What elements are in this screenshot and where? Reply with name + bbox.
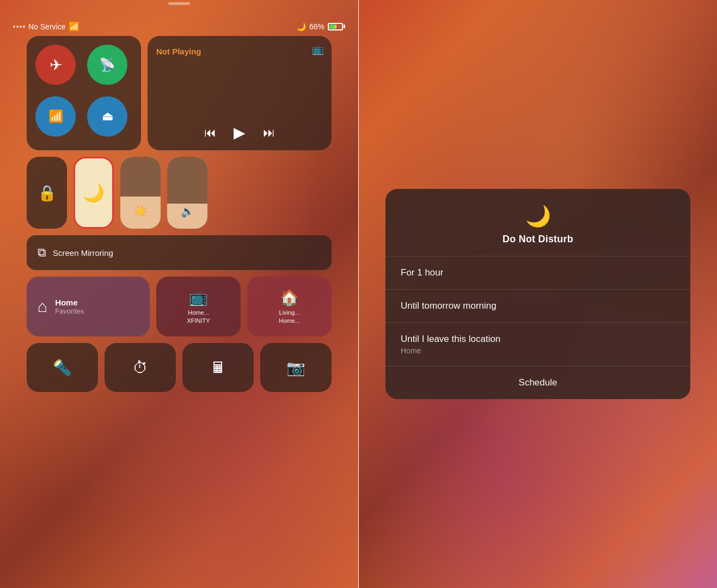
camera-icon: 📷 [286,359,305,377]
rotation-lock-button[interactable]: 🔒 [27,157,67,229]
airplay-icon[interactable]: 📺 [312,44,324,56]
lightning-icon: ⚡ [333,24,338,29]
not-playing-label: Not Playing [156,47,323,56]
airplane-mode-button[interactable]: ✈ [35,45,76,85]
living-home-label: Living...Home... [279,309,300,324]
signal-dot-1 [13,26,15,28]
status-left: No Service 📶 [13,21,79,32]
wifi-button[interactable]: 📶 [35,96,76,137]
dnd-popup: 🌙 Do Not Disturb For 1 hour Until tomorr… [385,189,690,399]
flashlight-icon: 🔦 [53,359,72,377]
dnd-moon-icon: 🌙 [83,182,105,203]
wifi-icon: 📶 [69,21,79,32]
home-favorites-button[interactable]: ⌂ Home Favorites [27,277,150,336]
play-button[interactable]: ▶ [234,124,246,142]
dnd-option-location-sub: Home [401,346,675,355]
dnd-option-tomorrow[interactable]: Until tomorrow morning [385,290,690,323]
fast-forward-button[interactable]: ⏭ [263,126,275,140]
battery-percent: 66% [309,22,324,31]
brightness-slider[interactable]: ☀️ [120,157,161,229]
bluetooth-icon: ⏏ [102,109,113,124]
cellular-icon: 📡 [99,57,115,72]
dnd-option-1hour-label: For 1 hour [401,267,675,278]
home-subtitle: Favorites [55,307,84,315]
home-xfinity-button[interactable]: 📺 Home...XFINITY [156,277,241,336]
signal-dot-4 [23,26,25,28]
dnd-header-moon-icon: 🌙 [525,204,551,228]
volume-slider[interactable]: 🔉 [167,157,207,229]
airplane-icon: ✈ [50,56,62,74]
apple-tv-icon: 📺 [189,289,208,307]
brightness-fill [120,157,161,197]
screen-mirror-label: Screen Mirroring [53,248,113,258]
battery-tip [344,24,345,28]
home-row: ⌂ Home Favorites 📺 Home...XFINITY 🏠 Livi… [27,277,332,336]
camera-button[interactable]: 📷 [260,343,332,392]
dnd-title: Do Not Disturb [502,234,573,245]
signal-bars [13,26,25,28]
do-not-disturb-button[interactable]: 🌙 [73,157,114,229]
living-home-button[interactable]: 🏠 Living...Home... [247,277,332,336]
home-text: Home Favorites [55,298,84,315]
swipe-indicator [168,2,190,5]
wifi-button-icon: 📶 [48,109,63,124]
dnd-option-location[interactable]: Until I leave this location Home [385,323,690,366]
status-right: 🌙 66% ⚡ [297,22,345,31]
brightness-icon: ☀️ [120,205,161,218]
timer-button[interactable]: ⏱ [105,343,176,392]
calculator-icon: 🖩 [211,359,226,377]
dnd-schedule-label: Schedule [519,377,557,388]
no-service-label: No Service [28,22,65,31]
rotation-lock-icon: 🔒 [38,184,57,202]
signal-dot-3 [20,26,22,28]
home-title: Home [55,298,84,307]
right-panel: 🌙 Do Not Disturb For 1 hour Until tomorr… [359,0,717,588]
battery-icon: ⚡ [328,23,345,30]
connectivity-block: ✈ 📡 📶 ⏏ [27,36,141,150]
top-row: ✈ 📡 📶 ⏏ 📺 Not Playing ⏮ ▶ ⏭ [27,36,332,150]
battery-body: ⚡ [328,23,343,30]
rewind-button[interactable]: ⏮ [204,126,216,140]
home-xfinity-label: Home...XFINITY [187,309,210,324]
middle-row: 🔒 🌙 ☀️ 🔉 [27,157,332,229]
dnd-option-location-label: Until I leave this location [401,334,675,345]
signal-dot-2 [16,26,19,28]
dnd-option-1hour[interactable]: For 1 hour [385,256,690,290]
cellular-button[interactable]: 📡 [87,45,127,85]
dnd-header: 🌙 Do Not Disturb [385,189,690,256]
moon-icon: 🌙 [297,22,306,31]
screen-mirroring-button[interactable]: ⧉ Screen Mirroring [27,235,332,270]
timer-icon: ⏱ [133,359,148,377]
flashlight-button[interactable]: 🔦 [27,343,98,392]
dnd-schedule-button[interactable]: Schedule [385,366,690,399]
calculator-button[interactable]: 🖩 [182,343,254,392]
media-controls: ⏮ ▶ ⏭ [148,124,332,142]
control-center-content: ✈ 📡 📶 ⏏ 📺 Not Playing ⏮ ▶ ⏭ [27,36,332,392]
home-icon: ⌂ [38,297,47,316]
screen-mirror-icon: ⧉ [38,246,46,260]
living-icon: 🏠 [280,289,299,307]
now-playing-block: 📺 Not Playing ⏮ ▶ ⏭ [148,36,332,150]
bluetooth-button[interactable]: ⏏ [87,96,127,137]
volume-fill [167,157,207,204]
dnd-option-tomorrow-label: Until tomorrow morning [401,301,675,311]
tools-row: 🔦 ⏱ 🖩 📷 [27,343,332,392]
volume-icon: 🔉 [167,205,207,218]
left-panel: No Service 📶 🌙 66% ⚡ ✈ [0,0,358,588]
status-bar: No Service 📶 🌙 66% ⚡ [0,14,358,36]
